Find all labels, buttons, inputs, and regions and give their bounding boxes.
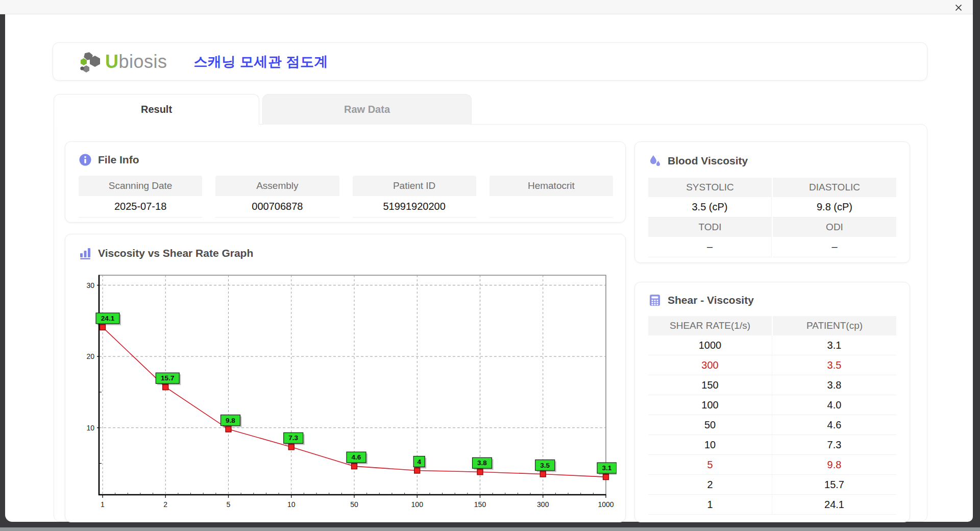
field-value: 2025-07-18: [79, 196, 202, 218]
field-assembly: Assembly 000706878: [215, 176, 339, 218]
bv-value-systolic: 3.5 (cP): [648, 197, 772, 218]
bv-value-diastolic: 9.8 (cP): [773, 197, 896, 218]
patient-viscosity-cell: 7.3: [772, 435, 896, 454]
svg-text:5: 5: [227, 500, 231, 509]
result-panel: File Info Scanning Date 2025-07-18 Assem…: [54, 124, 927, 522]
shear-table-row: 504.6: [648, 415, 896, 435]
field-value: [489, 196, 613, 218]
shear-viscosity-title: Shear - Viscosity: [668, 294, 754, 306]
patient-viscosity-cell: 3.1: [772, 335, 896, 355]
svg-text:4.6: 4.6: [352, 453, 361, 461]
svg-text:30: 30: [86, 281, 94, 289]
logo-letter-u: U: [105, 51, 119, 72]
app-window: Ubiosis 스캐닝 모세관 점도계 Result Raw Data File…: [5, 14, 973, 522]
shear-rate-cell: 50: [648, 415, 772, 435]
blood-viscosity-title-row: Blood Viscosity: [648, 154, 896, 167]
shear-rate-cell: 5: [648, 455, 772, 474]
viscosity-graph-card: Viscosity vs Shear Rate Graph 1020301251…: [65, 234, 626, 522]
field-scanning-date: Scanning Date 2025-07-18: [79, 176, 202, 218]
shear-table-body: 10003.13003.51503.81004.0504.6107.359.82…: [648, 335, 896, 515]
bv-value-todi: –: [648, 237, 772, 257]
blood-viscosity-card: Blood Viscosity SYSTOLIC DIASTOLIC 3.5 (…: [634, 141, 910, 263]
svg-text:3.1: 3.1: [602, 464, 612, 472]
graph-title-row: Viscosity vs Shear Rate Graph: [79, 247, 615, 260]
close-button[interactable]: [953, 3, 964, 13]
hexagon-cluster-icon: [80, 51, 102, 73]
info-icon: [79, 153, 92, 166]
shear-table-row: 124.1: [648, 495, 896, 515]
field-label: Patient ID: [353, 176, 476, 196]
blood-viscosity-table: SYSTOLIC DIASTOLIC 3.5 (cP) 9.8 (cP) TOD…: [648, 178, 896, 257]
patient-viscosity-cell: 15.7: [772, 475, 896, 494]
shear-table-row: 10003.1: [648, 335, 896, 355]
patient-viscosity-cell: 3.8: [772, 375, 896, 395]
patient-viscosity-cell: 9.8: [772, 455, 896, 474]
col-shear-rate: SHEAR RATE(1/s): [648, 316, 772, 335]
graph-title: Viscosity vs Shear Rate Graph: [98, 247, 253, 259]
viscosity-chart: 1020301251050100150300100024.115.79.87.3…: [76, 266, 617, 521]
viscosity-chart-svg: 1020301251050100150300100024.115.79.87.3…: [76, 266, 617, 521]
logo-text: Ubiosis: [105, 51, 167, 73]
field-label: Hematocrit: [489, 176, 613, 196]
tab-result[interactable]: Result: [54, 94, 259, 125]
svg-text:2: 2: [163, 500, 167, 509]
svg-text:50: 50: [350, 500, 358, 509]
ubiosis-logo: Ubiosis: [80, 51, 167, 73]
shear-table-row: 215.7: [648, 475, 896, 495]
svg-text:20: 20: [86, 352, 94, 360]
tab-raw-data[interactable]: Raw Data: [262, 94, 472, 125]
tab-raw-data-label: Raw Data: [344, 104, 390, 115]
bv-header-todi: TODI: [648, 218, 772, 237]
logo-rest: biosis: [119, 51, 167, 72]
svg-text:1: 1: [101, 500, 105, 509]
shear-table-row: 59.8: [648, 455, 896, 475]
bv-value-odi: –: [773, 237, 896, 257]
field-label: Assembly: [215, 176, 339, 196]
app-header: Ubiosis 스캐닝 모세관 점도계: [53, 42, 927, 81]
svg-text:100: 100: [411, 500, 424, 509]
col-patient: PATIENT(cp): [773, 316, 896, 335]
file-info-title: File Info: [98, 154, 139, 166]
app-title: 스캐닝 모세관 점도계: [194, 53, 329, 71]
patient-viscosity-cell: 24.1: [772, 495, 896, 514]
file-info-title-row: File Info: [79, 153, 613, 166]
shear-rate-cell: 1000: [648, 335, 772, 355]
svg-text:150: 150: [474, 500, 486, 509]
close-icon: [954, 4, 963, 12]
shear-viscosity-card: Shear - Viscosity SHEAR RATE(1/s) PATIEN…: [634, 282, 910, 522]
shear-table-row: 3003.5: [648, 355, 896, 375]
shear-viscosity-table: SHEAR RATE(1/s) PATIENT(cp) 10003.13003.…: [648, 316, 896, 515]
shear-rate-cell: 150: [648, 375, 772, 395]
bottom-edge-bar: [0, 527, 980, 531]
svg-text:9.8: 9.8: [226, 417, 235, 424]
shear-table-header: SHEAR RATE(1/s) PATIENT(cp): [648, 316, 896, 335]
svg-text:10: 10: [287, 500, 296, 509]
file-info-card: File Info Scanning Date 2025-07-18 Assem…: [65, 141, 626, 223]
droplets-icon: [648, 154, 662, 167]
shear-table-row: 1004.0: [648, 395, 896, 415]
svg-text:1000: 1000: [598, 500, 614, 509]
bv-header-diastolic: DIASTOLIC: [773, 178, 896, 197]
shear-rate-cell: 1: [648, 495, 772, 514]
field-hematocrit: Hematocrit: [489, 176, 613, 218]
field-value: 51991920200: [353, 196, 476, 218]
patient-viscosity-cell: 4.0: [772, 395, 896, 415]
file-info-fields: Scanning Date 2025-07-18 Assembly 000706…: [79, 176, 613, 218]
patient-viscosity-cell: 4.6: [772, 415, 896, 435]
field-value: 000706878: [215, 196, 339, 218]
svg-text:10: 10: [86, 424, 94, 432]
shear-rate-cell: 10: [648, 435, 772, 454]
field-patient-id: Patient ID 51991920200: [353, 176, 476, 218]
table-grid-icon: [648, 294, 662, 307]
field-label: Scanning Date: [79, 176, 202, 196]
tab-result-label: Result: [141, 104, 172, 115]
shear-rate-cell: 2: [648, 475, 772, 494]
bv-header-odi: ODI: [773, 218, 896, 237]
shear-table-row: 107.3: [648, 435, 896, 455]
svg-text:24.1: 24.1: [101, 315, 115, 322]
svg-text:15.7: 15.7: [161, 374, 174, 382]
svg-text:3.8: 3.8: [477, 459, 487, 467]
bar-chart-icon: [79, 247, 92, 260]
shear-rate-cell: 100: [648, 395, 772, 415]
svg-text:3.5: 3.5: [540, 462, 550, 469]
